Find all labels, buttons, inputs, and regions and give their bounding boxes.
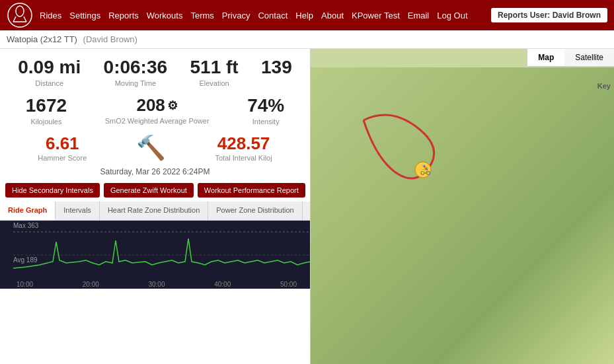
elevation-stat: 511 ft Elevation	[190, 57, 238, 87]
map-svg: 🚴	[311, 67, 614, 364]
stats-row-2: 1672 Kilojoules 208 ⚙ SmO2 Weighted Aver…	[0, 90, 310, 128]
tab-ride-graph[interactable]: Ride Graph	[0, 201, 56, 220]
key-label: Key	[597, 82, 611, 90]
tab-power-zone[interactable]: Power Zone Distribution	[208, 201, 302, 220]
map-tabs: Map Satellite	[527, 49, 614, 67]
hammer-row: 6.61 Hammer Score 🔨 428.57 Total Interva…	[0, 128, 310, 164]
left-panel: 0.09 mi Distance 0:06:36 Moving Time 511…	[0, 49, 311, 364]
intensity-stat: 74% Intensity	[247, 95, 284, 126]
nav-logout[interactable]: Log Out	[437, 11, 467, 20]
tabs-row: Ride Graph Intervals Heart Rate Zone Dis…	[0, 201, 310, 221]
hammer-score-value: 6.61	[38, 133, 87, 154]
breadcrumb-user: (David Brown)	[83, 34, 137, 44]
heart-rate-value: 139	[261, 57, 292, 78]
elevation-label: Elevation	[190, 79, 238, 87]
nav-about[interactable]: About	[321, 11, 344, 20]
elevation-value: 511 ft	[190, 57, 238, 78]
kilojoules-label: Kilojoules	[26, 118, 67, 126]
hide-secondary-button[interactable]: Hide Secondary Intervals	[5, 183, 100, 198]
smo2-value: 208 ⚙	[105, 95, 210, 116]
tab-intervals[interactable]: Intervals	[56, 201, 100, 220]
distance-label: Distance	[18, 79, 81, 87]
time-label-5: 50:00	[280, 281, 297, 288]
time-label-4: 40:00	[214, 281, 231, 288]
chart-time-labels: 10:00 20:00 30:00 40:00 50:00	[0, 280, 310, 289]
user-badge: Reports User: David Brown	[491, 8, 607, 22]
page-title: Watopia (2x12 TT)	[7, 34, 77, 44]
moving-time-stat: 0:06:36 Moving Time	[104, 57, 168, 87]
svg-line-3	[24, 17, 26, 22]
intensity-value: 74%	[247, 95, 284, 116]
svg-line-2	[13, 17, 16, 22]
svg-text:🚴: 🚴	[420, 164, 432, 176]
time-label-3: 30:00	[148, 281, 165, 288]
nav-settings[interactable]: Settings	[69, 11, 100, 20]
svg-point-0	[8, 3, 32, 27]
stats-row-1: 0.09 mi Distance 0:06:36 Moving Time 511…	[0, 49, 310, 90]
nav-email[interactable]: Email	[408, 11, 430, 20]
right-panel: Map Satellite 🚴 Key Workout Performance …	[311, 49, 614, 364]
moving-time-value: 0:06:36	[104, 57, 168, 78]
nav-reports[interactable]: Reports	[108, 11, 139, 20]
kilojoules-value: 1672	[26, 95, 67, 116]
map-background: 🚴	[311, 67, 614, 364]
breadcrumb: Watopia (2x12 TT) (David Brown)	[0, 30, 614, 49]
distance-value: 0.09 mi	[18, 57, 81, 78]
generate-zwift-button[interactable]: Generate Zwift Workout	[104, 183, 194, 198]
hammer-icon: 🔨	[136, 134, 166, 162]
heart-rate-stat: 139	[261, 57, 292, 87]
total-interval-stat: 428.57 Total Interval Kiloj	[215, 133, 272, 162]
distance-stat: 0.09 mi Distance	[18, 57, 81, 87]
kilojoules-stat: 1672 Kilojoules	[26, 95, 67, 126]
map-tab-map[interactable]: Map	[527, 49, 564, 66]
power-chart	[13, 229, 310, 272]
nav-workouts[interactable]: Workouts	[147, 11, 183, 20]
total-interval-label: Total Interval Kiloj	[215, 154, 272, 162]
intensity-label: Intensity	[247, 118, 284, 126]
map-tab-satellite[interactable]: Satellite	[564, 49, 614, 66]
workout-report-button[interactable]: Workout Performance Report	[198, 183, 305, 198]
tab-heart-rate[interactable]: Heart Rate Zone Distribution	[100, 201, 208, 220]
nav-kpower[interactable]: KPower Test	[352, 11, 400, 20]
app-logo	[7, 2, 33, 28]
nav-rides[interactable]: Rides	[40, 11, 61, 20]
gear-icon: ⚙	[167, 98, 178, 113]
smo2-stat: 208 ⚙ SmO2 Weighted Average Power	[105, 95, 210, 126]
main-content: 0.09 mi Distance 0:06:36 Moving Time 511…	[0, 49, 614, 364]
nav-help[interactable]: Help	[295, 11, 313, 20]
nav-privacy[interactable]: Privacy	[222, 11, 250, 20]
time-label-2: 20:00	[83, 281, 99, 288]
nav-contact[interactable]: Contact	[258, 11, 288, 20]
svg-point-1	[16, 6, 24, 17]
hammer-score-label: Hammer Score	[38, 154, 87, 162]
smo2-label: SmO2 Weighted Average Power	[105, 117, 210, 125]
buttons-row: Hide Secondary Intervals Generate Zwift …	[0, 179, 310, 201]
top-navigation: Rides Settings Reports Workouts Terms Pr…	[0, 0, 614, 30]
chart-avg-label: Avg 189	[13, 256, 38, 264]
chart-area: Max 363 Avg 189	[0, 221, 310, 280]
moving-time-label: Moving Time	[104, 79, 168, 87]
time-label-1: 10:00	[17, 281, 33, 288]
main-nav: Rides Settings Reports Workouts Terms Pr…	[40, 11, 468, 20]
date-row: Saturday, Mar 26 2022 6:24PM	[0, 164, 310, 179]
nav-terms[interactable]: Terms	[190, 11, 213, 20]
total-interval-value: 428.57	[215, 133, 272, 154]
hammer-score-stat: 6.61 Hammer Score	[38, 133, 87, 162]
